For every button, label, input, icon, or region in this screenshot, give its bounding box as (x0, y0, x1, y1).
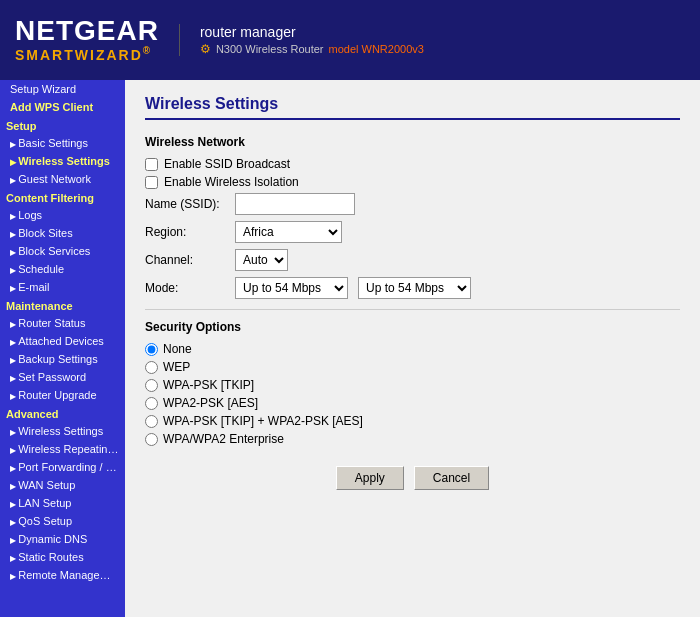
header-right: router manager ⚙ N300 Wireless Router mo… (179, 24, 424, 56)
page-title: Wireless Settings (145, 95, 680, 120)
apply-button[interactable]: Apply (336, 466, 404, 490)
router-model: model WNR2000v3 (329, 43, 424, 55)
name-ssid-row: Name (SSID): (145, 193, 680, 215)
enable-ssid-row: Enable SSID Broadcast (145, 157, 680, 171)
router-name: N300 Wireless Router (216, 43, 324, 55)
logo-area: NETGEAR SMARTWIZARD® (15, 17, 159, 63)
sidebar-item-static-routes[interactable]: Static Routes (0, 548, 125, 566)
region-label: Region: (145, 225, 235, 239)
wireless-network-label: Wireless Network (145, 135, 680, 149)
sidebar-item-add-wps[interactable]: Add WPS Client (0, 98, 125, 116)
sidebar-item-wireless-settings[interactable]: Wireless Settings (0, 152, 125, 170)
mode-select-2[interactable]: Up to 54 MbpsUp to 130 MbpsUp to 300 Mbp… (358, 277, 471, 299)
radio-enterprise-label: WPA/WPA2 Enterprise (163, 432, 284, 446)
sidebar-section-advanced: Advanced (0, 404, 125, 422)
sidebar-item-remote-management[interactable]: Remote Management (0, 566, 125, 584)
sidebar-item-basic-settings[interactable]: Basic Settings (0, 134, 125, 152)
mode-select-1[interactable]: Up to 54 MbpsUp to 130 MbpsUp to 300 Mbp… (235, 277, 348, 299)
sidebar-item-router-upgrade[interactable]: Router Upgrade (0, 386, 125, 404)
enable-isolation-label: Enable Wireless Isolation (164, 175, 299, 189)
header: NETGEAR SMARTWIZARD® router manager ⚙ N3… (0, 0, 700, 80)
radio-wep-row: WEP (145, 360, 680, 374)
enable-ssid-label: Enable SSID Broadcast (164, 157, 290, 171)
radio-wpa2-psk-aes-row: WPA2-PSK [AES] (145, 396, 680, 410)
region-select[interactable]: AfricaAsiaAustraliaEuropeNorth AmericaSo… (235, 221, 342, 243)
sidebar-section-content-filtering: Content Filtering (0, 188, 125, 206)
sidebar-item-email[interactable]: E-mail (0, 278, 125, 296)
security-options-label: Security Options (145, 320, 680, 334)
radio-wpa2-psk-aes[interactable] (145, 397, 158, 410)
radio-none-label: None (163, 342, 192, 356)
main-layout: Setup Wizard Add WPS Client Setup Basic … (0, 80, 700, 617)
content-area: Wireless Settings Wireless Network Enabl… (125, 80, 700, 617)
sidebar-item-wireless-settings-adv[interactable]: Wireless Settings (0, 422, 125, 440)
sidebar: Setup Wizard Add WPS Client Setup Basic … (0, 80, 125, 617)
sidebar-item-guest-network[interactable]: Guest Network (0, 170, 125, 188)
netgear-logo: NETGEAR (15, 17, 159, 45)
channel-select[interactable]: Auto1234567891011 (235, 249, 288, 271)
button-row: Apply Cancel (145, 466, 680, 490)
mode-label: Mode: (145, 281, 235, 295)
smartwizard-logo: SMARTWIZARD® (15, 45, 159, 63)
name-ssid-label: Name (SSID): (145, 197, 235, 211)
sidebar-item-port-forwarding[interactable]: Port Forwarding / Port Triggering (0, 458, 125, 476)
enable-isolation-row: Enable Wireless Isolation (145, 175, 680, 189)
enable-isolation-checkbox[interactable] (145, 176, 158, 189)
radio-none-row: None (145, 342, 680, 356)
sidebar-item-attached-devices[interactable]: Attached Devices (0, 332, 125, 350)
sidebar-item-qos-setup[interactable]: QoS Setup (0, 512, 125, 530)
sidebar-section-setup: Setup (0, 116, 125, 134)
sidebar-item-setup-wizard[interactable]: Setup Wizard (0, 80, 125, 98)
sidebar-item-router-status[interactable]: Router Status (0, 314, 125, 332)
channel-row: Channel: Auto1234567891011 (145, 249, 680, 271)
mode-dropdowns: Up to 54 MbpsUp to 130 MbpsUp to 300 Mbp… (235, 277, 471, 299)
router-manager-title: router manager (200, 24, 424, 40)
enable-ssid-checkbox[interactable] (145, 158, 158, 171)
radio-wpa-psk-tkip-label: WPA-PSK [TKIP] (163, 378, 254, 392)
sidebar-item-set-password[interactable]: Set Password (0, 368, 125, 386)
radio-enterprise-row: WPA/WPA2 Enterprise (145, 432, 680, 446)
gear-icon: ⚙ (200, 42, 211, 56)
radio-wep[interactable] (145, 361, 158, 374)
sidebar-item-block-services[interactable]: Block Services (0, 242, 125, 260)
radio-wpa-psk-tkip[interactable] (145, 379, 158, 392)
sidebar-item-logs[interactable]: Logs (0, 206, 125, 224)
cancel-button[interactable]: Cancel (414, 466, 489, 490)
name-ssid-input[interactable] (235, 193, 355, 215)
radio-wpa-both-label: WPA-PSK [TKIP] + WPA2-PSK [AES] (163, 414, 363, 428)
mode-row: Mode: Up to 54 MbpsUp to 130 MbpsUp to 3… (145, 277, 680, 299)
radio-wep-label: WEP (163, 360, 190, 374)
radio-wpa-both[interactable] (145, 415, 158, 428)
sidebar-section-maintenance: Maintenance (0, 296, 125, 314)
sidebar-item-wireless-repeating[interactable]: Wireless Repeating Function (0, 440, 125, 458)
channel-label: Channel: (145, 253, 235, 267)
sidebar-item-schedule[interactable]: Schedule (0, 260, 125, 278)
router-subtitle: ⚙ N300 Wireless Router model WNR2000v3 (200, 42, 424, 56)
radio-enterprise[interactable] (145, 433, 158, 446)
radio-wpa2-psk-aes-label: WPA2-PSK [AES] (163, 396, 258, 410)
divider (145, 309, 680, 310)
sidebar-item-block-sites[interactable]: Block Sites (0, 224, 125, 242)
radio-wpa-both-row: WPA-PSK [TKIP] + WPA2-PSK [AES] (145, 414, 680, 428)
radio-wpa-psk-tkip-row: WPA-PSK [TKIP] (145, 378, 680, 392)
sidebar-item-dynamic-dns[interactable]: Dynamic DNS (0, 530, 125, 548)
sidebar-item-wan-setup[interactable]: WAN Setup (0, 476, 125, 494)
sidebar-item-backup-settings[interactable]: Backup Settings (0, 350, 125, 368)
region-row: Region: AfricaAsiaAustraliaEuropeNorth A… (145, 221, 680, 243)
radio-none[interactable] (145, 343, 158, 356)
sidebar-item-lan-setup[interactable]: LAN Setup (0, 494, 125, 512)
